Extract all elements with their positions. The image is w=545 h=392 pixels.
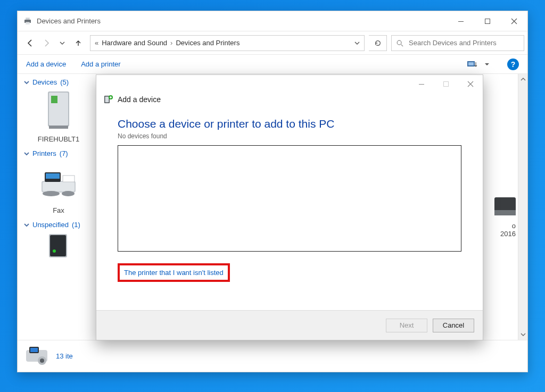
svg-rect-7	[468, 62, 474, 65]
device-label-partial: 2016	[494, 230, 516, 238]
svg-rect-3	[458, 21, 464, 22]
svg-rect-26	[30, 348, 38, 352]
annotation-highlight: The printer that I want isn't listed	[118, 263, 230, 282]
wizard-close-button[interactable]	[458, 75, 483, 93]
search-input[interactable]	[408, 38, 519, 47]
wizard-title: Add a device	[118, 95, 161, 104]
scroll-track[interactable]	[518, 85, 527, 329]
chevron-right-icon[interactable]: ›	[170, 39, 172, 47]
device-item[interactable]: FIREHUBLT1	[24, 89, 93, 143]
svg-rect-2	[26, 22, 30, 24]
svg-rect-13	[43, 182, 75, 191]
add-device-icon	[103, 94, 113, 105]
device-list[interactable]	[118, 145, 461, 252]
group-count: (7)	[60, 149, 68, 157]
svg-rect-1	[26, 18, 30, 20]
chevron-down-icon	[24, 222, 29, 228]
group-label: Devices	[32, 78, 57, 86]
refresh-button[interactable]	[369, 35, 387, 51]
cancel-button[interactable]: Cancel	[433, 319, 474, 332]
svg-rect-32	[105, 97, 109, 103]
breadcrumb-segment[interactable]: Devices and Printers	[176, 39, 240, 47]
command-toolbar: Add a device Add a printer ?	[18, 55, 527, 74]
svg-point-28	[40, 358, 44, 363]
close-button[interactable]	[501, 11, 527, 31]
device-label: FIREHUBLT1	[24, 135, 93, 143]
wizard-body: Choose a device or printer to add to thi…	[96, 110, 483, 310]
wizard-subtext: No devices found	[118, 132, 461, 140]
chevron-down-icon	[24, 151, 29, 156]
vertical-scrollbar[interactable]	[518, 74, 527, 340]
wizard-minimize-button[interactable]	[409, 75, 434, 93]
view-options-button[interactable]	[466, 57, 480, 71]
svg-rect-30	[444, 82, 449, 87]
status-text: 13 ite	[56, 352, 73, 360]
svg-point-17	[62, 191, 75, 196]
group-count: (5)	[60, 78, 69, 86]
group-label: Printers	[32, 149, 56, 157]
recent-locations-dropdown[interactable]	[55, 36, 70, 51]
minimize-button[interactable]	[448, 11, 474, 31]
address-dropdown[interactable]	[351, 36, 363, 51]
printer-not-listed-link[interactable]: The printer that I want isn't listed	[121, 266, 227, 279]
svg-rect-20	[50, 235, 66, 256]
device-item[interactable]: Fax	[24, 161, 93, 214]
fax-icon	[37, 161, 80, 203]
next-button[interactable]: Next	[386, 319, 427, 332]
device-label: Fax	[24, 206, 93, 214]
up-button[interactable]	[71, 36, 86, 51]
wizard-maximize-button[interactable]	[434, 75, 458, 93]
chevron-down-icon	[24, 80, 29, 85]
window-titlebar[interactable]: Devices and Printers	[18, 11, 527, 31]
scroll-up-button[interactable]	[518, 74, 527, 85]
computer-icon	[37, 89, 80, 132]
svg-point-21	[53, 249, 56, 253]
status-icon	[24, 346, 49, 367]
search-box[interactable]	[391, 35, 524, 51]
device-item[interactable]	[24, 232, 93, 265]
view-dropdown-icon[interactable]	[485, 62, 489, 66]
back-button[interactable]	[23, 36, 38, 51]
wizard-titlebar[interactable]	[96, 75, 483, 93]
svg-rect-23	[494, 210, 516, 215]
add-printer-button[interactable]: Add a printer	[81, 60, 120, 68]
breadcrumb-segment[interactable]: Hardware and Sound	[102, 39, 167, 47]
device-generic-icon	[37, 232, 80, 262]
add-device-button[interactable]: Add a device	[26, 60, 66, 68]
address-bar[interactable]: « Hardware and Sound › Devices and Print…	[90, 35, 365, 51]
svg-rect-4	[485, 19, 490, 23]
svg-rect-29	[419, 84, 424, 85]
overflow-chevron-icon: «	[95, 39, 98, 47]
maximize-button[interactable]	[474, 11, 501, 31]
add-device-wizard: Add a device Choose a device or printer …	[96, 74, 483, 340]
search-icon	[396, 39, 403, 47]
printer-icon	[494, 193, 516, 222]
svg-rect-11	[49, 126, 68, 129]
group-count: (1)	[72, 221, 80, 229]
printer-icon	[23, 16, 32, 26]
svg-point-5	[397, 40, 401, 45]
svg-rect-18	[63, 176, 75, 182]
status-bar: 13 ite	[18, 340, 527, 372]
wizard-footer: Next Cancel	[96, 310, 483, 340]
svg-point-16	[43, 191, 60, 196]
window-title: Devices and Printers	[37, 17, 101, 25]
scroll-down-button[interactable]	[518, 329, 527, 340]
svg-rect-10	[51, 96, 57, 103]
svg-rect-15	[46, 173, 60, 179]
device-label-partial: o	[494, 222, 516, 230]
forward-button[interactable]	[39, 36, 54, 51]
help-button[interactable]: ?	[507, 59, 519, 70]
wizard-header: Add a device	[96, 93, 483, 110]
device-item-partial[interactable]: o 2016	[494, 193, 516, 238]
group-label: Unspecified	[32, 221, 69, 229]
nav-toolbar: « Hardware and Sound › Devices and Print…	[18, 31, 527, 55]
wizard-heading: Choose a device or printer to add to thi…	[118, 118, 461, 130]
